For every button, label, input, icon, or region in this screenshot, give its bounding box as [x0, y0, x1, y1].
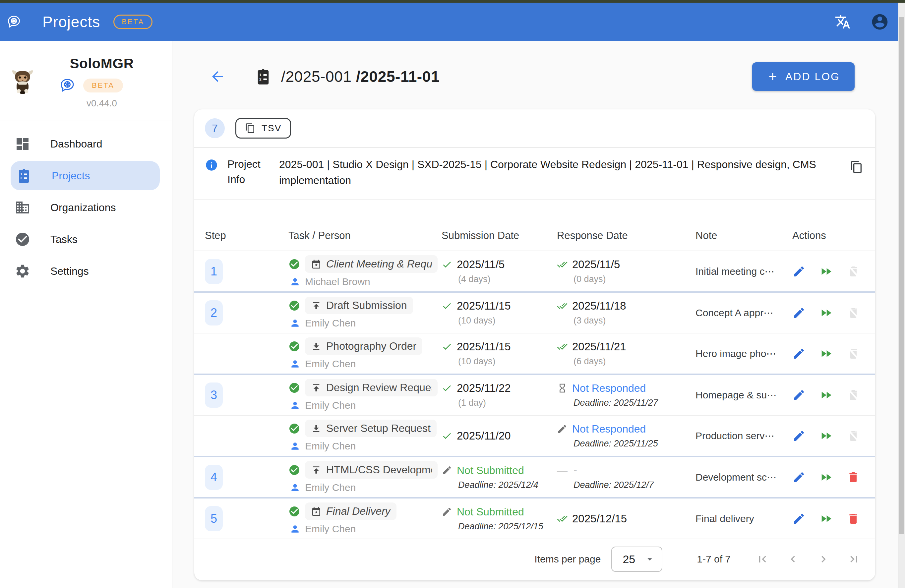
appbar-beta-badge: BETA — [113, 14, 152, 29]
pencil-icon — [792, 306, 805, 320]
check-icon — [441, 259, 452, 270]
person-name: Emily Chen — [305, 482, 356, 493]
sidebar-item-label: Organizations — [51, 201, 116, 214]
next-page-button[interactable] — [817, 553, 830, 566]
task-chip[interactable]: Photography Order — [305, 338, 422, 355]
back-arrow-icon[interactable] — [210, 69, 225, 84]
submission-status[interactable]: Not Submitted — [457, 506, 524, 518]
cell-response: Not RespondedDeadline: 2025/11/25 — [557, 423, 695, 449]
copy-project-info-button[interactable] — [850, 160, 863, 174]
note-text: Homepage & su⋯ — [695, 389, 792, 401]
fast-forward-icon — [819, 265, 833, 278]
sidebar-item-label: Dashboard — [51, 138, 102, 150]
check-icon — [441, 341, 452, 352]
account-icon[interactable] — [870, 13, 889, 31]
trash-icon — [847, 265, 860, 278]
page-scrollbar[interactable] — [898, 3, 905, 588]
pagination-nav — [756, 553, 863, 566]
response-status[interactable]: Not Responded — [572, 382, 646, 395]
page-size-select[interactable]: 25 — [611, 547, 662, 572]
edit-button[interactable] — [792, 306, 805, 320]
task-label: Final Delivery — [326, 505, 391, 517]
response-date: 2025/11/5 — [572, 258, 620, 271]
delete-button[interactable] — [847, 471, 860, 484]
note-text: Final delivery — [695, 513, 792, 525]
cell-response: 2025/11/18(3 days) — [557, 300, 695, 326]
task-chip[interactable]: HTML/CSS Developme — [305, 461, 438, 479]
task-chip[interactable]: Client Meeting & Requ — [305, 255, 438, 273]
info-icon[interactable] — [205, 158, 218, 172]
submission-date: 2025/11/22 — [457, 382, 511, 395]
table-header-row: StepTask / PersonSubmission DateResponse… — [194, 221, 875, 251]
sidebar-item-projects[interactable]: 12Projects — [11, 161, 160, 190]
task-status-check-circle-icon — [288, 300, 300, 312]
column-header-actions: Actions — [792, 230, 875, 242]
submission-detail: (4 days) — [458, 274, 557, 284]
task-chip[interactable]: Design Review Reques — [305, 379, 438, 396]
check-icon — [441, 431, 452, 441]
fast-forward-icon — [819, 471, 833, 484]
person-name: Emily Chen — [305, 400, 356, 411]
task-chip[interactable]: Server Setup Request — [305, 420, 437, 437]
copy-tsv-button[interactable]: TSV — [235, 118, 291, 139]
submission-status[interactable]: Not Submitted — [457, 464, 524, 477]
edit-button[interactable] — [792, 347, 805, 360]
card-toolbar: 7 TSV — [194, 109, 875, 147]
cell-submission: Not SubmittedDeadline: 2025/12/4 — [441, 464, 557, 490]
edit-button[interactable] — [792, 265, 805, 278]
task-chip[interactable]: Draft Submission — [305, 296, 413, 314]
forward-button[interactable] — [819, 347, 833, 360]
submission-date: 2025/11/15 — [457, 300, 511, 312]
task-chip[interactable]: Final Delivery — [305, 502, 397, 520]
last-page-button[interactable] — [847, 553, 861, 566]
person-icon — [290, 400, 300, 410]
pencil-icon — [792, 512, 805, 525]
chat-bubble-icon — [59, 78, 75, 94]
download-icon — [311, 341, 322, 352]
cell-submission: 2025/11/15(10 days) — [441, 341, 557, 366]
task-status-check-circle-icon — [288, 382, 300, 394]
first-page-button[interactable] — [756, 553, 769, 566]
page-range-label: 1-7 of 7 — [697, 553, 730, 565]
forward-button[interactable] — [819, 471, 833, 484]
delete-button[interactable] — [847, 512, 860, 525]
translate-icon[interactable] — [835, 14, 851, 30]
delete-button — [847, 388, 860, 402]
edit-button[interactable] — [792, 471, 805, 484]
table-row: Photography OrderEmily Chen2025/11/15(10… — [194, 333, 875, 374]
edit-button[interactable] — [792, 429, 805, 442]
scrollbar-thumb[interactable] — [899, 17, 904, 534]
forward-button[interactable] — [819, 306, 833, 320]
upload-icon — [311, 465, 322, 475]
submission-date: 2025/11/20 — [457, 430, 511, 442]
forward-button[interactable] — [819, 265, 833, 278]
check-icon — [441, 301, 452, 311]
forward-button[interactable] — [819, 512, 833, 525]
sidebar-item-tasks[interactable]: Tasks — [0, 223, 172, 255]
response-status[interactable]: Not Responded — [572, 423, 646, 435]
pencil-icon — [792, 471, 805, 484]
forward-button[interactable] — [819, 388, 833, 402]
previous-page-button[interactable] — [786, 553, 800, 566]
check-circle-icon — [14, 231, 30, 247]
profile-section: SoloMGR BETA v0.44.0 — [0, 41, 172, 121]
edit-button[interactable] — [792, 512, 805, 525]
edit-button[interactable] — [792, 388, 805, 402]
sidebar-item-dashboard[interactable]: Dashboard — [0, 128, 172, 160]
items-per-page-label: Items per page — [534, 553, 601, 565]
trash-icon — [847, 429, 860, 442]
calendar-icon — [311, 259, 322, 269]
svg-text:2: 2 — [259, 77, 261, 81]
plus-icon — [767, 71, 779, 82]
sidebar-item-settings[interactable]: Settings — [0, 255, 172, 287]
person-icon — [290, 276, 300, 287]
delete-button — [847, 306, 860, 320]
add-log-button[interactable]: ADD LOG — [752, 62, 854, 91]
app-bar: Projects BETA — [0, 3, 905, 41]
task-status-check-circle-icon — [288, 423, 300, 434]
delete-button — [847, 265, 860, 278]
forward-button[interactable] — [819, 429, 833, 442]
sidebar-item-organizations[interactable]: Organizations — [0, 192, 172, 223]
app-version: v0.44.0 — [87, 98, 117, 109]
cell-submission: Not SubmittedDeadline: 2025/12/15 — [441, 506, 557, 532]
